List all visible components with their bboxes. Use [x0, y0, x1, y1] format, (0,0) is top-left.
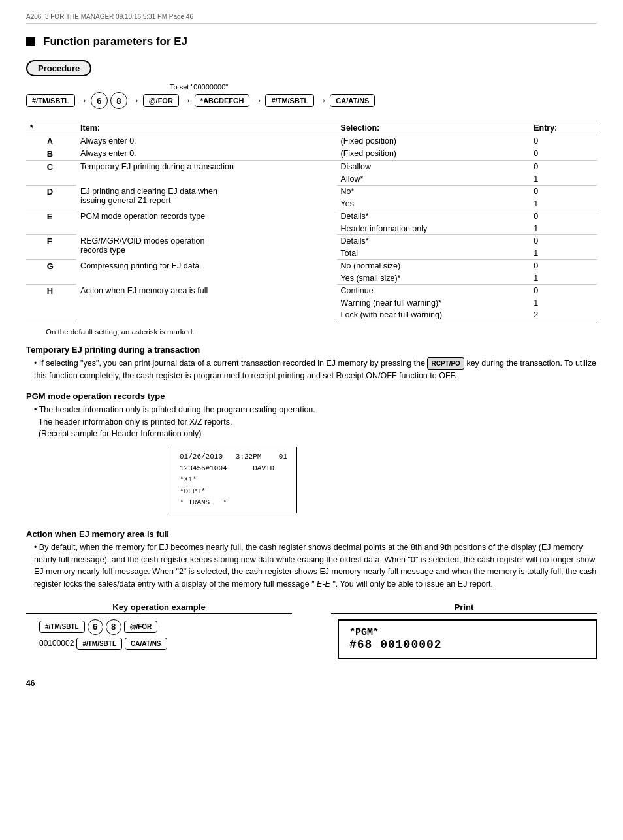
- section-title: Function parameters for EJ: [26, 35, 597, 48]
- entry-e1: 0: [530, 210, 597, 223]
- procedure-label: Procedure: [26, 60, 91, 76]
- key-op-rows: #/TM/SBTL 6 8 @/FOR 00100002 #/TM/SBTL C…: [39, 619, 292, 650]
- main-table: * Item: Selection: Entry: A Always enter…: [26, 121, 597, 321]
- item-h: Action when EJ memory area is full: [76, 285, 336, 321]
- letter-c: C: [43, 161, 76, 174]
- section-title-text: Function parameters for EJ: [43, 35, 187, 48]
- subsection-title-action: Action when EJ memory area is full: [26, 529, 597, 539]
- table-row: G Compressing printing for EJ data No (n…: [26, 260, 597, 273]
- print-area: Print *PGM* #68 00100002: [331, 602, 597, 659]
- sel-g1: No (normal size): [337, 260, 530, 273]
- entry-f2: 1: [530, 248, 597, 260]
- key-6-op: 6: [88, 619, 103, 635]
- arrow-5: →: [317, 95, 327, 106]
- sel-e1: Details*: [337, 210, 530, 223]
- sel-c1: Disallow: [337, 161, 530, 174]
- print-line1: *PGM*: [349, 627, 585, 638]
- sel-h2: Warning (near full warning)*: [337, 297, 530, 309]
- subsection-title-pgm: PGM mode operation records type: [26, 391, 597, 401]
- arrow-4: →: [252, 95, 263, 106]
- procedure-area: Procedure To set "00000000" #/TM/SBTL → …: [26, 60, 597, 109]
- subsection-body-pgm: The header information only is printed d…: [34, 404, 597, 440]
- key-6: 6: [91, 92, 108, 109]
- sel-h1: Continue: [337, 285, 530, 298]
- arrow-3: →: [182, 95, 192, 106]
- table-row: F REG/MGR/VOID modes operationrecords ty…: [26, 235, 597, 248]
- flow-row: #/TM/SBTL → 6 8 → @/FOR → *ABCDEFGH → #/…: [26, 92, 597, 109]
- key-tm-sbtl-op2: #/TM/SBTL: [76, 638, 122, 650]
- entry-h2: 1: [530, 297, 597, 309]
- table-row: E PGM mode operation records type Detail…: [26, 210, 597, 223]
- header-text: A206_3 FOR THE MANAGER 09.10.16 5:31 PM …: [26, 13, 193, 20]
- sel-f1: Details*: [337, 235, 530, 248]
- key-ca-at-ns-op: CA/AT/NS: [125, 638, 167, 650]
- key-for-op: @/FOR: [124, 621, 158, 633]
- key-tm-sbtl-2: #/TM/SBTL: [265, 94, 314, 107]
- entry-d2: 1: [530, 198, 597, 210]
- table-header-entry: Entry:: [530, 121, 597, 135]
- entry-e2: 1: [530, 223, 597, 235]
- entry-c1: 0: [530, 161, 597, 174]
- asterisk-note: On the default setting, an asterisk is m…: [46, 328, 597, 336]
- letter-e: E: [43, 210, 76, 223]
- entry-h3: 2: [530, 309, 597, 321]
- sel-h3: Lock (with near full warning): [337, 309, 530, 321]
- table-header-selection: Selection:: [337, 121, 530, 135]
- key-op-title: Key operation example: [26, 602, 292, 614]
- table-row: C Temporary EJ printing during a transac…: [26, 161, 597, 174]
- entry-h1: 0: [530, 285, 597, 298]
- key-8: 8: [110, 92, 127, 109]
- item-b: Always enter 0.: [76, 148, 336, 161]
- letter-b: B: [43, 148, 76, 161]
- page-header: A206_3 FOR THE MANAGER 09.10.16 5:31 PM …: [26, 13, 597, 24]
- sel-d1: No*: [337, 186, 530, 199]
- subsection-body-temp-ej: If selecting "yes", you can print journa…: [34, 357, 597, 382]
- table-header-star: *: [26, 121, 43, 135]
- receipt-sample: 01/26/2010 3:22PM 01 123456#1004 DAVID *…: [170, 447, 297, 513]
- key-abcdefgh: *ABCDEFGH: [195, 94, 250, 107]
- letter-g: G: [43, 260, 76, 273]
- key-op-row-2: 00100002 #/TM/SBTL CA/AT/NS: [39, 638, 167, 650]
- key-tm-sbtl-1: #/TM/SBTL: [26, 94, 75, 107]
- letter-a: A: [43, 135, 76, 148]
- key-op-row-1: #/TM/SBTL 6 8 @/FOR: [39, 619, 157, 635]
- table-row: D EJ printing and clearing EJ data wheni…: [26, 186, 597, 199]
- subsection-body-action: By default, when the memory for EJ becom…: [34, 541, 597, 590]
- key-8-op: 8: [106, 619, 121, 635]
- sel-b: (Fixed position): [337, 148, 530, 161]
- item-a: Always enter 0.: [76, 135, 336, 148]
- letter-d: D: [43, 186, 76, 199]
- arrow-1: →: [78, 95, 88, 106]
- arrow-2: →: [130, 95, 140, 106]
- entry-d1: 0: [530, 186, 597, 199]
- letter-h: H: [43, 285, 76, 298]
- item-f: REG/MGR/VOID modes operationrecords type: [76, 235, 336, 260]
- print-box: *PGM* #68 00100002: [338, 619, 597, 659]
- entry-f1: 0: [530, 235, 597, 248]
- rcp-key: RCPT/PO: [427, 357, 464, 370]
- table-row: A Always enter 0. (Fixed position) 0: [26, 135, 597, 148]
- key-op-num: 00100002: [39, 639, 74, 648]
- sel-g2: Yes (small size)*: [337, 272, 530, 285]
- sel-d2: Yes: [337, 198, 530, 210]
- subsection-title-temp-ej: Temporary EJ printing during a transacti…: [26, 345, 597, 355]
- to-set-label: To set "00000000": [170, 83, 597, 91]
- page-number: 46: [26, 679, 597, 688]
- sel-a: (Fixed position): [337, 135, 530, 148]
- entry-g1: 0: [530, 260, 597, 273]
- entry-b: 0: [530, 148, 597, 161]
- key-for: @/FOR: [143, 94, 179, 107]
- black-square-icon: [26, 37, 35, 46]
- sel-c2: Allow*: [337, 173, 530, 186]
- letter-f: F: [43, 235, 76, 248]
- entry-c2: 1: [530, 173, 597, 186]
- table-header-item: Item:: [76, 121, 336, 135]
- item-d: EJ printing and clearing EJ data wheniss…: [76, 186, 336, 210]
- table-header-letter: [43, 121, 76, 135]
- item-e: PGM mode operation records type: [76, 210, 336, 235]
- key-ca-at-ns: CA/AT/NS: [330, 94, 375, 107]
- sel-e2: Header information only: [337, 223, 530, 235]
- key-operation-area: Key operation example #/TM/SBTL 6 8 @/FO…: [26, 602, 292, 650]
- entry-a: 0: [530, 135, 597, 148]
- item-g: Compressing printing for EJ data: [76, 260, 336, 285]
